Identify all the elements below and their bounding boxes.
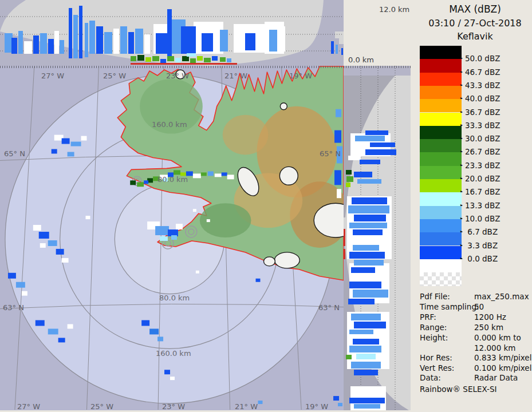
radar-echo-cell xyxy=(86,216,90,219)
metadata-value: 0.000 km to xyxy=(474,333,521,342)
radar-echo-cell xyxy=(175,58,181,62)
color-scale-block xyxy=(420,99,462,112)
radar-echo-cell xyxy=(353,245,379,251)
radar-echo-cell xyxy=(170,377,175,380)
radar-echo-cell xyxy=(357,179,381,184)
radar-echo-cell xyxy=(341,48,343,55)
radar-echo-cell xyxy=(365,236,389,241)
color-scale-block xyxy=(420,152,462,165)
metadata-label: Vert Res: xyxy=(420,363,454,373)
radar-echo-cell xyxy=(365,130,388,135)
radar-map-panel: 27° W25° W23° W21° W19° W27° W25° W23° W… xyxy=(0,66,344,410)
metadata-value: Radar Data xyxy=(474,373,518,382)
top-cross-section-plot xyxy=(0,0,344,66)
radar-echo-cell xyxy=(81,136,87,141)
radar-echo-cell xyxy=(348,156,361,160)
radar-echo-cell xyxy=(104,32,112,54)
color-scale-block xyxy=(420,113,462,126)
radar-echo-cell xyxy=(176,224,183,229)
color-scale-block xyxy=(420,126,462,139)
radar-echo-cell xyxy=(16,282,25,288)
scale-value-label: 30.0 dBZ xyxy=(465,134,500,143)
scale-value-label: 23.3 dBZ xyxy=(465,161,500,170)
radar-echo-cell xyxy=(351,314,381,320)
radar-echo-cell xyxy=(352,197,387,204)
radar-echo-cell xyxy=(353,339,379,344)
radar-echo-cell xyxy=(113,29,119,54)
radar-echo-cell xyxy=(54,31,59,54)
radar-echo-cell xyxy=(337,189,341,198)
radar-echo-cell xyxy=(365,149,396,155)
scale-value-label: 46.7 dBZ xyxy=(465,68,500,77)
metadata-value: 0.833 km/pixel xyxy=(474,353,531,362)
radar-echo-cell xyxy=(346,176,353,182)
radar-echo-cell xyxy=(131,63,237,65)
radar-echo-cell xyxy=(155,226,169,235)
longitude-label: 25° W xyxy=(103,72,126,80)
radar-echo-cell xyxy=(156,33,167,54)
radar-echo-cell xyxy=(48,240,57,246)
radar-echo-cell xyxy=(201,172,207,176)
radar-echo-cell xyxy=(193,209,196,212)
radar-echo-cell xyxy=(69,8,72,58)
radar-echo-cell xyxy=(331,41,334,54)
radar-echo-cell xyxy=(62,138,70,144)
radar-echo-cell xyxy=(349,282,381,288)
radar-echo-cell xyxy=(354,322,386,328)
radar-echo-cell xyxy=(258,401,262,404)
latitude-label: 63° N xyxy=(3,303,24,312)
radar-echo-cell xyxy=(60,40,64,54)
radar-echo-cell xyxy=(354,370,378,375)
radar-echo-cell xyxy=(215,173,222,177)
radar-echo-cell xyxy=(196,271,199,274)
radar-echo-cell xyxy=(351,362,381,369)
color-scale-block xyxy=(420,73,462,86)
metadata-value: 12.000 km xyxy=(474,343,516,352)
radar-echo-cell xyxy=(48,39,54,54)
glacier-eyjafjallajokull xyxy=(263,257,275,266)
top-panel-step xyxy=(339,38,344,44)
radar-echo-cell xyxy=(157,336,163,341)
radar-echo-cell xyxy=(346,183,350,187)
radar-echo-cell xyxy=(338,403,342,406)
radar-echo-cell xyxy=(137,55,144,61)
longitude-label: 27° W xyxy=(41,72,64,80)
radar-echo-cell xyxy=(145,57,151,62)
radar-echo-cell xyxy=(137,182,144,187)
radar-echo-cell xyxy=(56,249,64,255)
metadata-label: PRF: xyxy=(420,312,436,322)
right-height-cross-section-panel xyxy=(344,66,411,410)
radar-echo-cell xyxy=(207,219,210,222)
radar-echo-cell xyxy=(356,354,376,359)
scale-value-label: 10.0 dBZ xyxy=(465,214,500,223)
radar-echo-cell xyxy=(349,346,381,352)
radar-echo-cell xyxy=(174,170,180,175)
radar-echo-cell xyxy=(128,32,134,54)
radar-map xyxy=(0,66,344,410)
radar-echo-cell xyxy=(85,23,88,57)
radar-echo-cell xyxy=(245,33,255,50)
radar-echo-cell xyxy=(160,236,168,241)
range-ring-distance-label: 80.0 km xyxy=(157,175,188,184)
radar-echo-cell xyxy=(33,35,39,54)
radar-echo-cell xyxy=(144,180,148,184)
radar-echo-cell xyxy=(202,33,213,52)
radar-echo-cell xyxy=(181,26,196,54)
radar-echo-cell xyxy=(348,205,389,213)
radar-echo-cell xyxy=(204,58,211,62)
color-scale-block xyxy=(420,46,462,59)
scale-value-label: 0.0 dBZ xyxy=(465,254,498,263)
metadata-value: 1200 Hz xyxy=(474,312,506,322)
legend-title: MAX (dBZ) xyxy=(418,3,532,15)
radar-echo-cell xyxy=(73,15,78,58)
metadata-value: 250 km xyxy=(474,323,503,332)
radar-echo-cell xyxy=(190,58,196,63)
radar-echo-cell xyxy=(171,235,177,240)
longitude-label: 27° W xyxy=(17,402,40,411)
color-scale-block xyxy=(420,206,462,219)
radar-echo-cell xyxy=(144,34,150,54)
radar-echo-cell xyxy=(11,38,17,54)
radar-echo-cell xyxy=(278,26,285,52)
radar-echo-cell xyxy=(130,180,136,185)
radar-echo-cell xyxy=(256,279,261,282)
